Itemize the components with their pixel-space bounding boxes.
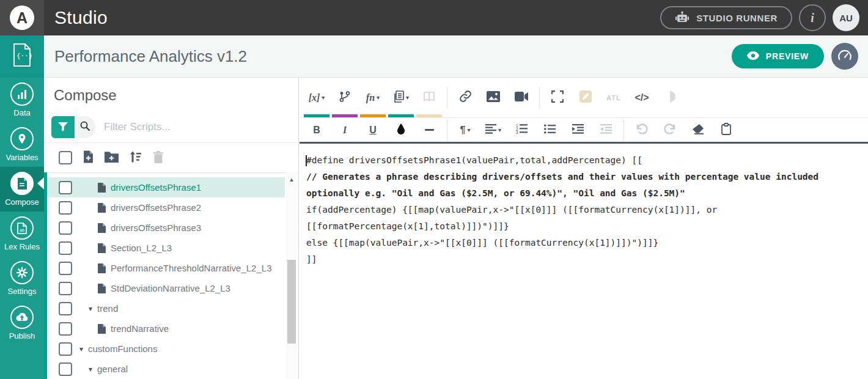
atl-view-button[interactable]: ATL	[600, 78, 628, 117]
script-name[interactable]: customFunctions	[88, 344, 157, 354]
ordered-list-button[interactable]: 123	[507, 118, 535, 142]
script-name[interactable]: PerformanceThresholdNarrative_L2_L3	[111, 263, 271, 273]
clear-format-button[interactable]	[684, 118, 712, 142]
code-line[interactable]: if(addPercentage) {[[map(valuePair,x->"[…	[306, 202, 853, 218]
row-checkbox[interactable]	[59, 201, 72, 215]
row-checkbox[interactable]	[59, 322, 72, 336]
delete-button[interactable]	[153, 151, 164, 165]
row-checkbox[interactable]	[59, 362, 72, 376]
row-checkbox[interactable]	[59, 282, 72, 295]
filter-scripts-input[interactable]	[95, 120, 290, 134]
outdent-button[interactable]	[592, 118, 620, 142]
list-item[interactable]: Section_L2_L3	[47, 238, 285, 258]
insert-script-button[interactable]: ▾	[387, 78, 415, 117]
indent-button[interactable]	[564, 118, 592, 142]
list-item[interactable]: driversOffsetsPhrase2	[47, 197, 285, 218]
new-script-button[interactable]	[83, 150, 94, 165]
code-editor-area[interactable]: #define driversOffsetsPhrase1(valuePair,…	[300, 144, 868, 268]
sort-icon	[130, 151, 142, 164]
code-line[interactable]: [[formatPercentage(x[1],total)]])")]]}	[306, 218, 853, 235]
script-name[interactable]: general	[97, 364, 128, 374]
sidebar-item-label: Settings	[8, 287, 37, 296]
sidebar-item-compose[interactable]: Compose	[0, 167, 44, 212]
script-name[interactable]: driversOffsetsPhrase1	[111, 182, 201, 193]
project-tile[interactable]: {··}	[0, 35, 44, 78]
tree-scrollbar[interactable]: ▲	[286, 172, 297, 379]
sidebar-item-publish[interactable]: Publish	[0, 301, 44, 345]
folder-caret-icon[interactable]: ▾	[89, 366, 92, 373]
sidebar-item-settings[interactable]: Settings	[0, 256, 44, 301]
folder-caret-icon[interactable]: ▾	[79, 345, 83, 353]
row-checkbox[interactable]	[59, 241, 72, 255]
folder-caret-icon[interactable]: ▾	[89, 305, 92, 312]
edit-mode-button[interactable]	[572, 78, 600, 117]
script-name[interactable]: trendNarrative	[111, 323, 169, 334]
list-item[interactable]: driversOffsetsPhrase1	[47, 177, 285, 197]
insert-image-button[interactable]	[479, 78, 507, 117]
code-line[interactable]: // Generates a phrase describing drivers…	[306, 169, 853, 185]
row-checkbox[interactable]	[59, 221, 72, 235]
list-item[interactable]: ▾general	[47, 359, 285, 379]
contrast-button[interactable]	[656, 78, 684, 117]
code-line[interactable]: else {[[map(valuePair,x->"[[x[0]]] ([[fo…	[306, 235, 853, 251]
insert-function-button[interactable]: fn ▾	[359, 78, 387, 117]
arria-logo-icon: A	[10, 6, 34, 30]
italic-button[interactable]: I	[331, 118, 359, 142]
sidebar-item-lex-rules[interactable]: ab Lex Rules	[0, 212, 44, 256]
underline-button[interactable]: U	[359, 118, 387, 142]
list-item[interactable]: ▾customFunctions	[47, 339, 285, 359]
filter-button[interactable]	[51, 116, 75, 138]
sidebar-item-data[interactable]: Data	[0, 78, 44, 122]
row-checkbox[interactable]	[59, 262, 72, 275]
list-item[interactable]: driversOffsetsPhrase3	[47, 218, 285, 238]
studio-runner-button[interactable]: STUDIO RUNNER	[660, 6, 792, 29]
tree-scrollbar-thumb[interactable]	[287, 260, 296, 344]
info-button[interactable]: i	[799, 4, 826, 31]
branch-logic-button[interactable]	[331, 78, 359, 117]
dashboard-gauge-button[interactable]	[831, 43, 858, 70]
script-name[interactable]: driversOffsetsPhrase2	[111, 202, 201, 213]
dictionary-button[interactable]	[415, 78, 443, 117]
preview-button[interactable]: PREVIEW	[732, 44, 824, 68]
bold-button[interactable]: B	[303, 118, 331, 142]
list-item[interactable]: StdDeviationNarrative_L2_L3	[47, 278, 285, 298]
new-folder-button[interactable]	[105, 151, 119, 164]
alignment-button[interactable]: ▾	[479, 118, 507, 142]
code-line[interactable]: ]]	[306, 251, 853, 268]
insert-video-button[interactable]	[507, 78, 535, 117]
code-line[interactable]: optionally e.g. "Oil and Gas ($2.5M, or …	[306, 185, 853, 202]
script-name[interactable]: driversOffsetsPhrase3	[111, 223, 201, 233]
list-item[interactable]: trendNarrative	[47, 318, 285, 339]
horizontal-rule-button[interactable]	[415, 118, 443, 142]
fullscreen-button[interactable]	[543, 78, 572, 117]
script-name[interactable]: StdDeviationNarrative_L2_L3	[111, 283, 230, 293]
bullet-list-button[interactable]	[535, 118, 564, 142]
paste-button[interactable]	[712, 118, 740, 142]
script-name[interactable]: trend	[97, 303, 118, 314]
outdent-icon	[600, 124, 612, 136]
row-checkbox[interactable]	[59, 302, 72, 315]
scroll-up-arrow-icon[interactable]: ▲	[286, 172, 297, 183]
redo-button[interactable]	[656, 118, 684, 142]
row-checkbox[interactable]	[59, 342, 72, 356]
code-view-button[interactable]: </>	[628, 78, 656, 117]
user-avatar[interactable]: AU	[833, 4, 859, 31]
script-name[interactable]: Section_L2_L3	[111, 243, 172, 253]
insert-variable-button[interactable]: [x] ▾	[303, 78, 331, 117]
insert-link-button[interactable]	[451, 78, 479, 117]
sort-button[interactable]	[130, 151, 142, 164]
app-logo[interactable]: A	[0, 0, 44, 35]
list-item[interactable]: PerformanceThresholdNarrative_L2_L3	[47, 258, 285, 278]
code-line[interactable]: #define driversOffsetsPhrase1(valuePair,…	[306, 152, 853, 169]
paragraph-format-button[interactable]: ¶ ▾	[451, 118, 479, 142]
script-tree: driversOffsetsPhrase1driversOffsetsPhras…	[44, 172, 285, 379]
sidebar-item-variables[interactable]: Variables	[0, 122, 44, 167]
text-color-button[interactable]	[387, 118, 415, 142]
select-all-checkbox[interactable]	[59, 151, 72, 164]
list-item[interactable]: ▾trend	[47, 298, 285, 318]
row-checkbox[interactable]	[59, 181, 72, 194]
branch-icon	[339, 90, 351, 105]
editor-toolbar-format: B I U ¶ ▾	[300, 118, 868, 142]
undo-button[interactable]	[628, 118, 656, 142]
studio-app: A Studio STUDIO RUNNER i AU {··} Perform	[0, 0, 868, 379]
